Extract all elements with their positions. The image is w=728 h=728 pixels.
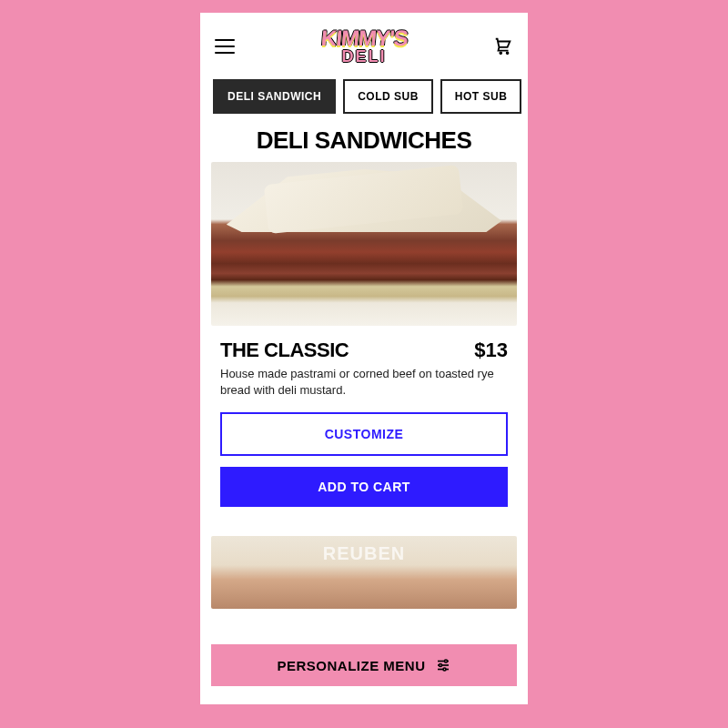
personalize-label: PERSONALIZE MENU [277,658,425,673]
tab-cold-sub[interactable]: COLD SUB [343,79,433,114]
menu-icon[interactable] [215,39,235,54]
product-header: THE CLASSIC $13 [211,326,517,366]
sandwich-photo [211,162,517,326]
svg-point-7 [443,668,446,671]
cart-icon[interactable] [493,36,513,56]
product-price: $13 [474,339,508,362]
svg-point-1 [507,52,509,54]
product-card: THE CLASSIC $13 House made pastrami or c… [200,162,528,536]
product-image[interactable] [211,162,517,326]
section-title: DELI SANDWICHES [200,121,528,162]
tab-hot-sub[interactable]: HOT SUB [440,79,522,114]
next-product-peek[interactable]: REUBEN [211,536,517,609]
app-screen: KIMMY'S DELI DELI SANDWICH COLD SUB HOT … [200,13,528,704]
category-tabs: DELI SANDWICH COLD SUB HOT SUB [200,72,528,121]
header-bar: KIMMY'S DELI [200,13,528,72]
next-product-name: REUBEN [323,543,405,564]
product-description: House made pastrami or corned beef on to… [211,366,517,412]
sliders-icon [435,657,451,673]
svg-point-0 [500,52,501,54]
add-to-cart-button[interactable]: ADD TO CART [220,467,508,507]
tab-deli-sandwich[interactable]: DELI SANDWICH [213,79,336,114]
personalize-menu-button[interactable]: PERSONALIZE MENU [211,644,517,686]
svg-point-5 [444,660,447,662]
brand-name-top: KIMMY'S [319,25,408,51]
brand-logo[interactable]: KIMMY'S DELI [235,25,493,66]
product-name: THE CLASSIC [220,339,349,362]
customize-button[interactable]: CUSTOMIZE [220,412,508,456]
svg-point-6 [439,664,441,667]
